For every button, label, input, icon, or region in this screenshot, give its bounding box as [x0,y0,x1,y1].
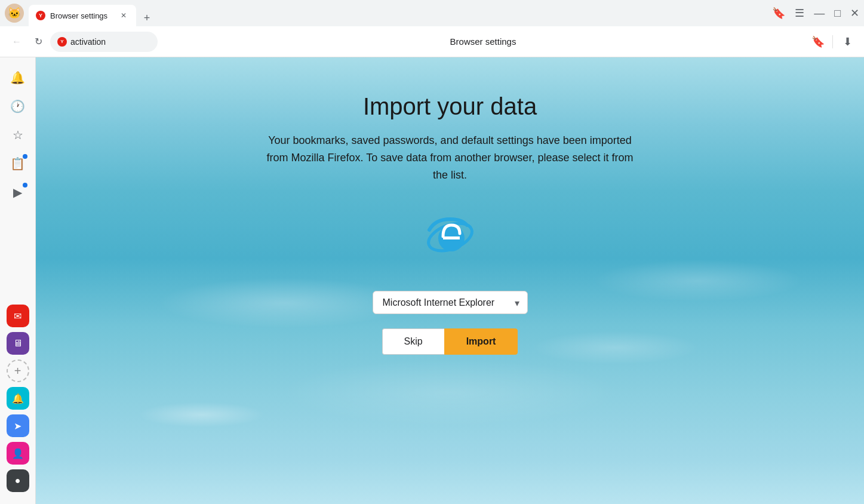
toolbar-actions: 🔖 ⬇ [808,32,857,51]
mail-app-icon[interactable]: ✉ [7,305,29,327]
dark-app-icon[interactable]: ● [7,469,29,492]
active-tab[interactable]: Y Browser settings ✕ [29,5,136,26]
sidebar: 🔔 🕐 ☆ 📋 ▶ ✉ 🖥 + 🔔 [0,57,36,504]
window-controls: 🔖 ☰ — □ ✕ [772,7,859,20]
collections-icon: 📋 [10,156,25,171]
title-bar: 🐱 Y Browser settings ✕ + 🔖 ☰ — □ ✕ [0,0,864,26]
send-app-icon[interactable]: ➤ [7,414,29,437]
sidebar-favorites-icon[interactable]: ☆ [5,122,31,148]
content-overlay: Import your data Your bookmarks, saved p… [36,57,864,355]
sidebar-media-icon[interactable]: ▶ [5,179,31,205]
teal-app-icon[interactable]: 🔔 [7,387,29,410]
menu-icon[interactable]: ☰ [795,7,804,20]
back-button[interactable]: ← [7,32,26,51]
sidebar-history-icon[interactable]: 🕐 [5,93,31,119]
avatar[interactable]: 🐱 [5,4,24,23]
new-tab-button[interactable]: + [139,10,155,26]
browser-select-wrapper: Microsoft Internet Explorer Google Chrom… [373,291,528,314]
close-button[interactable]: ✕ [850,7,859,20]
history-icon: 🕐 [10,99,25,113]
media-badge [23,183,27,188]
favorites-icon: ☆ [13,128,23,142]
add-app-button[interactable]: + [7,359,29,382]
bell-icon: 🔔 [10,70,25,85]
toolbar: ← ↻ Y activation Browser settings 🔖 ⬇ [0,26,864,57]
toolbar-divider [832,35,833,48]
import-description: Your bookmarks, saved passwords, and def… [259,132,641,183]
skip-button[interactable]: Skip [382,328,444,355]
action-buttons: Skip Import [382,328,518,355]
address-favicon: Y [57,37,67,47]
sidebar-apps: ✉ 🖥 + 🔔 ➤ 👤 ● [7,305,29,497]
back-icon: ← [12,36,21,47]
main-content: Import your data Your bookmarks, saved p… [36,57,864,504]
svg-rect-2 [443,236,460,239]
browser-select[interactable]: Microsoft Internet Explorer Google Chrom… [373,291,528,314]
maximize-button[interactable]: □ [834,7,841,20]
address-bar[interactable]: Y activation [50,32,158,52]
tab-label: Browser settings [50,11,113,20]
collections-badge [23,154,27,159]
media-icon: ▶ [13,185,22,199]
refresh-button[interactable]: ↻ [29,32,48,51]
download-toolbar-icon[interactable]: ⬇ [838,32,857,51]
import-button[interactable]: Import [444,328,518,355]
page-title: Browser settings [160,36,806,47]
main-layout: 🔔 🕐 ☆ 📋 ▶ ✉ 🖥 + 🔔 [0,57,864,504]
refresh-icon: ↻ [35,36,42,47]
tab-favicon: Y [36,11,45,20]
bookmark-window-icon[interactable]: 🔖 [772,7,785,20]
address-text: activation [70,37,106,47]
minimize-button[interactable]: — [814,7,825,20]
tab-close-button[interactable]: ✕ [118,10,129,21]
pink-app-icon[interactable]: 👤 [7,442,29,465]
sidebar-bell-icon[interactable]: 🔔 [5,64,31,91]
tabs-area: Y Browser settings ✕ + [29,0,772,26]
import-heading: Import your data [363,93,537,120]
browser-app-icon[interactable]: 🖥 [7,332,29,355]
ie-logo [420,207,480,267]
bookmark-toolbar-icon[interactable]: 🔖 [808,32,828,51]
sidebar-collections-icon[interactable]: 📋 [5,150,31,177]
